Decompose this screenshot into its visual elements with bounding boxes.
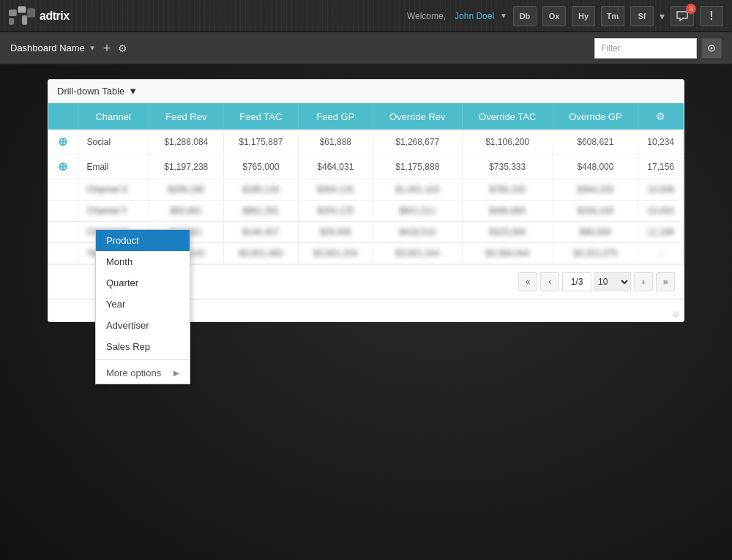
blurred-cell: $480,880 <box>462 201 553 222</box>
col-channel: Channel <box>78 103 149 130</box>
last-page-button[interactable]: » <box>656 272 675 291</box>
blurred-cell: $3,201,075 <box>553 243 638 264</box>
blurred-cell: $786,100 <box>462 179 553 201</box>
menu-divider <box>96 359 190 360</box>
last-cell: 10,234 <box>638 130 684 154</box>
override-gp-cell: $608,621 <box>553 130 638 154</box>
menu-item-year[interactable]: Year <box>96 294 190 315</box>
nav-right: Welcome, John Doel ▼ Db Ox Hy Tm Sf ▾ 3 … <box>407 6 723 26</box>
blurred-cell: $3,601,204 <box>298 243 373 264</box>
feed-gp-cell: $61,888 <box>298 130 373 154</box>
nav-more-button[interactable]: ▾ <box>660 10 665 22</box>
col-feed-gp[interactable]: Feed GP <box>298 103 373 130</box>
feed-rev-cell: $1,288,084 <box>149 130 223 154</box>
menu-item-sales-rep[interactable]: Sales Rep <box>96 336 190 357</box>
last-cell: 17,156 <box>638 154 684 179</box>
user-dropdown-arrow[interactable]: ▼ <box>500 12 507 20</box>
override-rev-cell: $1,175,888 <box>373 154 462 179</box>
svg-rect-2 <box>27 8 35 18</box>
table-header-row: Channel Feed Rev Feed TAC Feed GP Overri… <box>48 103 684 130</box>
dashboard-name[interactable]: Dashboard Name ▼ <box>10 42 96 53</box>
widget-title-arrow[interactable]: ▼ <box>128 86 138 97</box>
blurred-cell: $186,130 <box>223 179 298 201</box>
prev-page-button[interactable]: ‹ <box>540 272 559 291</box>
blurred-cell: $418,510 <box>373 222 462 243</box>
override-rev-cell: $1,268,677 <box>373 130 462 154</box>
col-feed-tac[interactable]: Feed TAC <box>223 103 298 130</box>
page-size-select[interactable]: 10 25 50 <box>594 272 631 291</box>
blurred-cell: $204,125 <box>298 201 373 222</box>
dashboard-right: Filter <box>594 38 722 59</box>
channel-cell: Email <box>78 154 149 179</box>
expand-icon[interactable]: ⊕ <box>58 135 67 148</box>
expand-cell <box>48 222 78 243</box>
alert-button[interactable]: ! <box>700 6 723 26</box>
welcome-prefix: Welcome, <box>407 11 446 21</box>
context-menu: Product Month Quarter Year Advertiser Sa… <box>95 229 190 384</box>
dashboard-name-arrow[interactable]: ▼ <box>89 44 96 52</box>
feed-tac-cell: $1,175,887 <box>223 130 298 154</box>
nav-btn-ox[interactable]: Ox <box>542 6 566 26</box>
expand-cell[interactable]: ⊕ <box>48 130 78 154</box>
menu-item-advertiser[interactable]: Advertiser <box>96 315 190 336</box>
table-row: ⊕ Email $1,197,238 $765,000 $464,031 $1,… <box>48 154 684 179</box>
blurred-cell: $26,000 <box>298 222 373 243</box>
next-page-button[interactable]: › <box>634 272 653 291</box>
svg-rect-3 <box>9 18 14 24</box>
logo-icon <box>9 6 35 26</box>
filter-go-button[interactable] <box>701 38 722 59</box>
welcome-name[interactable]: John Doel <box>455 11 494 21</box>
menu-item-more-options[interactable]: More options <box>96 362 190 384</box>
logo-text: adtrix <box>40 10 70 23</box>
logo[interactable]: adtrix <box>9 6 70 26</box>
col-feed-rev[interactable]: Feed Rev <box>149 103 223 130</box>
page-input[interactable] <box>562 272 591 291</box>
svg-point-6 <box>711 47 713 49</box>
main-content: Drill-down Table ▼ Channel Feed Rev Feed… <box>0 64 732 560</box>
chat-icon <box>676 11 688 21</box>
nav-btn-db[interactable]: Db <box>513 6 537 26</box>
dashboard-name-text: Dashboard Name <box>10 42 85 53</box>
dashboard-settings-button[interactable]: ⚙ <box>118 42 127 54</box>
col-settings[interactable]: ⚙ <box>638 103 684 130</box>
expand-cell[interactable]: ⊕ <box>48 154 78 179</box>
table-settings-icon[interactable]: ⚙ <box>656 111 665 122</box>
notification-button[interactable]: 3 <box>671 6 694 26</box>
table-row: Channel Y $60,881 $881,281 $204,125 $841… <box>48 201 684 222</box>
first-page-button[interactable]: « <box>518 272 537 291</box>
col-override-tac[interactable]: Override TAC <box>462 103 553 130</box>
blurred-cell: $881,281 <box>223 201 298 222</box>
col-override-gp[interactable]: Override GP <box>553 103 638 130</box>
blurred-cell: $3,001,460 <box>223 243 298 264</box>
widget-title[interactable]: Drill-down Table ▼ <box>57 86 675 97</box>
svg-rect-1 <box>18 6 26 12</box>
feed-tac-cell: $765,000 <box>223 154 298 179</box>
dashboard-toolbar: Dashboard Name ▼ + ⚙ Filter <box>0 32 732 64</box>
blurred-cell: $325,000 <box>462 222 553 243</box>
col-override-rev[interactable]: Override Rev <box>373 103 462 130</box>
expand-icon[interactable]: ⊕ <box>58 160 67 173</box>
nav-btn-hy[interactable]: Hy <box>572 6 595 26</box>
menu-item-month[interactable]: Month <box>96 251 190 272</box>
widget-header: Drill-down Table ▼ <box>48 80 684 103</box>
blurred-cell: ... <box>638 243 684 264</box>
nav-btn-sf[interactable]: Sf <box>630 6 654 26</box>
feed-gp-cell: $464,031 <box>298 154 373 179</box>
blurred-cell: $60,881 <box>149 201 223 222</box>
channel-cell-blurred: Channel X <box>78 179 149 201</box>
blurred-cell: $3,384,044 <box>462 243 553 264</box>
expand-cell <box>48 201 78 222</box>
more-options-label: More options <box>106 367 161 378</box>
nav-btn-tm[interactable]: Tm <box>601 6 624 26</box>
menu-item-product[interactable]: Product <box>96 230 190 251</box>
go-icon <box>708 45 715 52</box>
resize-handle[interactable]: ⟱ <box>672 310 684 321</box>
override-gp-cell: $448,000 <box>553 154 638 179</box>
svg-rect-0 <box>9 10 17 16</box>
filter-select[interactable]: Filter <box>594 38 697 59</box>
add-widget-button[interactable]: + <box>103 42 111 55</box>
blurred-cell: $384,150 <box>553 179 638 201</box>
blurred-cell: 10,008 <box>638 179 684 201</box>
table-row: ⊕ Social $1,288,084 $1,175,887 $61,888 $… <box>48 130 684 154</box>
menu-item-quarter[interactable]: Quarter <box>96 272 190 294</box>
